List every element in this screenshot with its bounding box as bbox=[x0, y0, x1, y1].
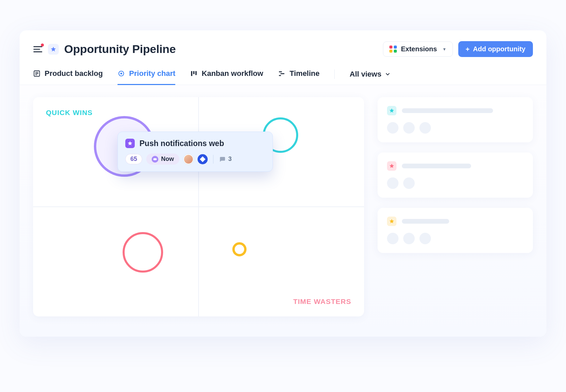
side-panel bbox=[378, 97, 533, 316]
svg-rect-13 bbox=[281, 73, 285, 74]
svg-rect-12 bbox=[279, 72, 282, 73]
caret-down-icon: ▼ bbox=[442, 47, 446, 52]
all-views-label: All views bbox=[350, 70, 381, 79]
skeleton-dot bbox=[403, 233, 415, 244]
skeleton-dot bbox=[419, 122, 431, 134]
all-views-dropdown[interactable]: All views bbox=[350, 64, 391, 84]
timeline-icon bbox=[278, 70, 285, 77]
status-label: Now bbox=[161, 156, 174, 163]
skeleton-dot bbox=[403, 122, 415, 134]
skeleton-line bbox=[402, 219, 449, 224]
skeleton-dot bbox=[419, 233, 431, 244]
opportunity-bubble[interactable] bbox=[123, 232, 163, 273]
header: Opportunity Pipeline Extensions ▼ + Add … bbox=[20, 30, 546, 64]
add-opportunity-label: Add opportunity bbox=[473, 45, 525, 53]
quadrant-grid bbox=[33, 97, 364, 316]
priority-chart-panel: QUICK WINS TIME WASTERS Push notificatio… bbox=[33, 97, 364, 316]
tab-label: Timeline bbox=[289, 69, 319, 78]
tab-label: Product backlog bbox=[45, 69, 103, 78]
opportunity-bubble[interactable] bbox=[232, 242, 247, 256]
card-type-icon bbox=[387, 106, 396, 115]
divider bbox=[213, 155, 213, 164]
extensions-label: Extensions bbox=[401, 45, 437, 53]
star-icon bbox=[389, 163, 394, 169]
skeleton-dot bbox=[387, 177, 398, 189]
tab-label: Priority chart bbox=[129, 69, 175, 78]
status-icon bbox=[152, 156, 158, 163]
card-type-icon bbox=[387, 217, 396, 226]
tab-kanban-workflow[interactable]: Kanban workflow bbox=[190, 64, 263, 85]
skeleton-dot bbox=[387, 233, 398, 244]
card-meta: 65 Now 3 bbox=[125, 153, 265, 165]
assignee-avatar[interactable] bbox=[183, 154, 194, 164]
star-icon bbox=[389, 219, 394, 224]
score-pill[interactable]: 65 bbox=[125, 154, 142, 164]
menu-icon bbox=[33, 46, 42, 53]
comments-number: 3 bbox=[228, 156, 232, 163]
skeleton-dot bbox=[403, 177, 415, 189]
list-icon bbox=[33, 70, 41, 77]
svg-point-8 bbox=[121, 73, 123, 75]
app-window: Opportunity Pipeline Extensions ▼ + Add … bbox=[20, 30, 546, 337]
quadrant-bottom-left bbox=[33, 207, 199, 316]
comments-count[interactable]: 3 bbox=[219, 156, 232, 163]
tab-label: Kanban workflow bbox=[202, 69, 263, 78]
quadrant-label-quick-wins: QUICK WINS bbox=[46, 109, 93, 117]
side-card[interactable] bbox=[378, 152, 533, 198]
tab-timeline[interactable]: Timeline bbox=[278, 64, 319, 85]
status-pill[interactable]: Now bbox=[146, 153, 179, 165]
plus-icon: + bbox=[466, 46, 470, 53]
target-icon bbox=[118, 70, 125, 77]
main-content: QUICK WINS TIME WASTERS Push notificatio… bbox=[20, 85, 546, 337]
side-card[interactable] bbox=[378, 97, 533, 142]
integration-badge-icon[interactable] bbox=[198, 154, 208, 164]
tab-product-backlog[interactable]: Product backlog bbox=[33, 64, 103, 85]
skeleton-line bbox=[402, 108, 493, 113]
card-title: Push notifications web bbox=[139, 139, 224, 148]
skeleton-line bbox=[402, 164, 471, 168]
opportunity-card[interactable]: Push notifications web 65 Now 3 bbox=[118, 132, 273, 172]
star-icon bbox=[127, 141, 133, 146]
tabs: Product backlog Priority chart Kanban wo… bbox=[20, 64, 546, 85]
side-card[interactable] bbox=[378, 208, 533, 253]
star-icon bbox=[389, 108, 394, 113]
star-icon bbox=[50, 46, 56, 52]
page-title: Opportunity Pipeline bbox=[64, 43, 176, 56]
workspace-icon[interactable] bbox=[48, 44, 59, 55]
svg-rect-14 bbox=[279, 75, 281, 76]
skeleton-dot bbox=[387, 122, 398, 134]
comment-icon bbox=[219, 156, 226, 163]
svg-rect-11 bbox=[196, 71, 197, 75]
card-type-icon bbox=[125, 139, 135, 148]
card-header: Push notifications web bbox=[125, 139, 265, 148]
quadrant-label-time-wasters: TIME WASTERS bbox=[293, 298, 351, 306]
kanban-icon bbox=[190, 70, 198, 77]
notification-dot-icon bbox=[41, 44, 44, 47]
extensions-icon bbox=[389, 46, 397, 53]
tab-priority-chart[interactable]: Priority chart bbox=[118, 64, 175, 85]
svg-rect-9 bbox=[191, 71, 192, 76]
card-type-icon bbox=[387, 161, 396, 171]
chevron-down-icon bbox=[385, 71, 391, 77]
extensions-button[interactable]: Extensions ▼ bbox=[383, 41, 453, 57]
svg-rect-10 bbox=[193, 71, 195, 74]
menu-toggle[interactable] bbox=[33, 45, 43, 54]
add-opportunity-button[interactable]: + Add opportunity bbox=[458, 41, 533, 57]
divider bbox=[334, 69, 335, 79]
